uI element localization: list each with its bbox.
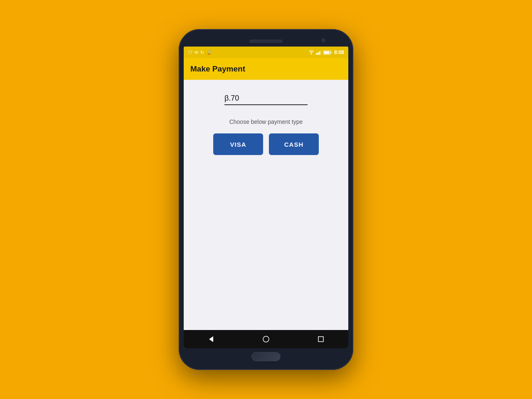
svg-rect-7	[330, 52, 331, 53]
toolbar-title: Make Payment	[190, 64, 245, 74]
svg-rect-3	[319, 52, 320, 55]
svg-rect-2	[317, 52, 318, 55]
svg-rect-6	[324, 51, 329, 54]
home-button[interactable]	[260, 333, 272, 345]
svg-marker-8	[209, 336, 213, 342]
recents-button[interactable]	[315, 333, 327, 345]
status-bar: 🛡 ✉ ↻ 🔒	[184, 47, 348, 58]
wifi-icon	[308, 50, 314, 55]
lock-icon: 🔒	[206, 50, 212, 55]
svg-rect-4	[320, 51, 321, 55]
status-icons-left: 🛡 ✉ ↻ 🔒	[188, 50, 212, 55]
visa-button[interactable]: VISA	[213, 133, 263, 155]
signal-icon	[316, 50, 322, 55]
bottom-nav	[184, 330, 348, 348]
amount-input[interactable]	[224, 92, 308, 105]
shield-icon: 🛡	[188, 50, 192, 55]
cash-button[interactable]: CASH	[269, 133, 319, 155]
front-camera	[321, 38, 325, 42]
svg-rect-1	[316, 53, 317, 55]
phone-device: 🛡 ✉ ↻ 🔒	[179, 29, 353, 370]
svg-point-0	[311, 54, 312, 54]
svg-point-9	[263, 336, 269, 342]
physical-home-button[interactable]	[251, 352, 281, 361]
svg-rect-10	[318, 337, 323, 342]
battery-icon	[323, 50, 332, 55]
time-display: 8:08	[334, 49, 344, 55]
content-area: Choose below payment type VISA CASH	[184, 80, 348, 330]
phone-top	[184, 34, 348, 47]
phone-screen: 🛡 ✉ ↻ 🔒	[184, 47, 348, 348]
status-icons-right: 8:08	[308, 49, 344, 55]
back-button[interactable]	[205, 333, 217, 345]
payment-buttons-container: VISA CASH	[213, 133, 319, 155]
app-toolbar: Make Payment	[184, 58, 348, 80]
sync-icon: ↻	[200, 50, 204, 55]
phone-speaker	[249, 39, 283, 43]
mail-icon: ✉	[195, 50, 198, 55]
phone-bottom	[184, 348, 348, 365]
payment-type-label: Choose below payment type	[229, 118, 303, 125]
